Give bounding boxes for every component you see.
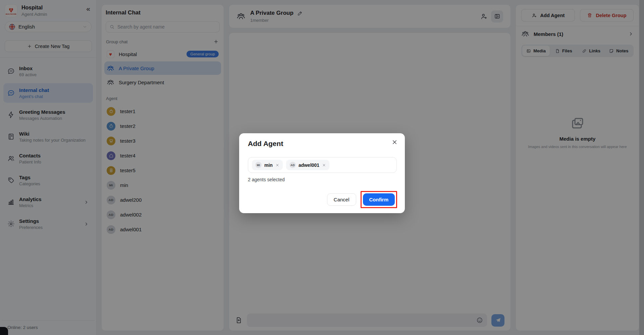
remove-chip-icon[interactable] [275, 163, 279, 167]
add-agent-modal: Add Agent MI min AD adwel001 2 agents se… [239, 133, 405, 213]
selected-agent-chip: MI min [252, 160, 283, 170]
selected-count: 2 agents selected [248, 177, 285, 182]
confirm-button[interactable]: Confirm [363, 193, 395, 206]
chip-name: adwel001 [299, 162, 319, 168]
cancel-button[interactable]: Cancel [327, 193, 356, 206]
annotation-highlight-box: Confirm [361, 191, 397, 208]
close-icon[interactable] [391, 139, 398, 145]
chip-name: min [264, 162, 273, 168]
selected-agent-chip: AD adwel001 [286, 160, 329, 170]
remove-chip-icon[interactable] [322, 163, 326, 167]
agent-select-input[interactable]: MI min AD adwel001 [248, 157, 397, 173]
modal-title: Add Agent [248, 140, 283, 148]
initials-avatar: AD [289, 162, 296, 168]
initials-avatar: MI [255, 162, 262, 168]
